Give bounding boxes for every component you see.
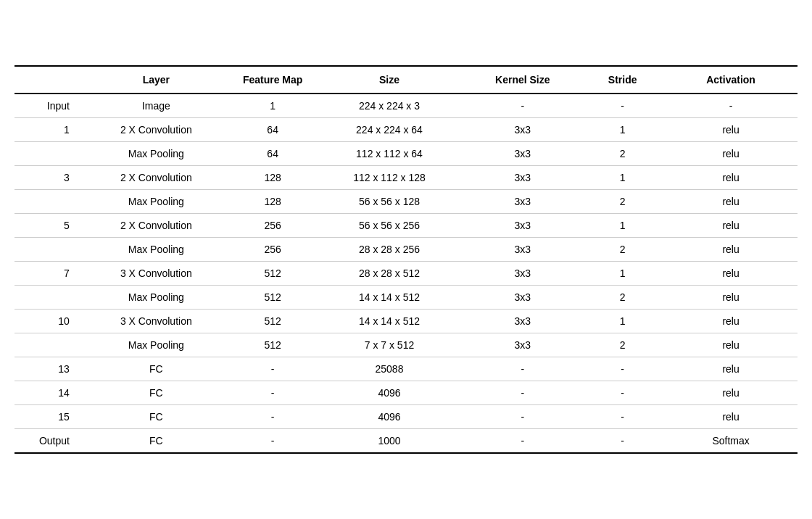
header-size: Size (315, 66, 465, 94)
cell-size: 28 x 28 x 512 (315, 262, 465, 286)
cell-layer: 2 X Convolution (81, 118, 231, 142)
header-activation: Activation (664, 66, 798, 94)
cell-feature_map: 512 (231, 286, 315, 310)
cell-num: 14 (14, 381, 81, 405)
cell-num: 1 (14, 118, 81, 142)
neural-network-table: Layer Feature Map Size Kernel Size Strid… (14, 65, 798, 454)
cell-feature_map: - (231, 381, 315, 405)
table-container: Layer Feature Map Size Kernel Size Strid… (14, 65, 798, 454)
cell-activation: relu (664, 214, 798, 238)
cell-stride: 2 (581, 190, 664, 214)
cell-kernel_size: 3x3 (464, 142, 581, 166)
cell-activation: Softmax (664, 429, 798, 454)
cell-activation: relu (664, 142, 798, 166)
cell-stride: 2 (581, 286, 664, 310)
cell-layer: 2 X Convolution (81, 214, 231, 238)
table-row: Max Pooling5127 x 7 x 5123x32relu (14, 333, 798, 357)
cell-size: 25088 (315, 357, 465, 381)
cell-size: 14 x 14 x 512 (315, 310, 465, 333)
cell-stride: 1 (581, 166, 664, 190)
cell-num (14, 286, 81, 310)
table-row: OutputFC-1000--Softmax (14, 429, 798, 454)
table-row: Max Pooling64112 x 112 x 643x32relu (14, 142, 798, 166)
cell-layer: 2 X Convolution (81, 166, 231, 190)
cell-num: 13 (14, 357, 81, 381)
cell-stride: 1 (581, 262, 664, 286)
cell-size: 4096 (315, 381, 465, 405)
cell-kernel_size: 3x3 (464, 166, 581, 190)
cell-activation: relu (664, 286, 798, 310)
cell-kernel_size: 3x3 (464, 333, 581, 357)
cell-layer: FC (81, 381, 231, 405)
table-row: 12 X Convolution64224 x 224 x 643x31relu (14, 118, 798, 142)
table-header-row: Layer Feature Map Size Kernel Size Strid… (14, 66, 798, 94)
cell-layer: FC (81, 405, 231, 429)
cell-size: 224 x 224 x 64 (315, 118, 465, 142)
cell-stride: 1 (581, 118, 664, 142)
cell-layer: 3 X Convolution (81, 262, 231, 286)
cell-num (14, 142, 81, 166)
cell-layer: Max Pooling (81, 142, 231, 166)
cell-feature_map: 1 (231, 94, 315, 118)
cell-activation: relu (664, 118, 798, 142)
cell-activation: - (664, 94, 798, 118)
cell-feature_map: 512 (231, 262, 315, 286)
cell-activation: relu (664, 357, 798, 381)
cell-num: Input (14, 94, 81, 118)
cell-stride: 2 (581, 238, 664, 262)
cell-kernel_size: 3x3 (464, 262, 581, 286)
cell-stride: - (581, 429, 664, 454)
cell-stride: - (581, 357, 664, 381)
cell-size: 28 x 28 x 256 (315, 238, 465, 262)
cell-activation: relu (664, 262, 798, 286)
cell-layer: 3 X Convolution (81, 310, 231, 333)
header-layer-num (14, 66, 81, 94)
cell-feature_map: - (231, 405, 315, 429)
cell-kernel_size: 3x3 (464, 310, 581, 333)
cell-kernel_size: 3x3 (464, 286, 581, 310)
cell-size: 4096 (315, 405, 465, 429)
cell-stride: - (581, 94, 664, 118)
cell-layer: Image (81, 94, 231, 118)
cell-layer: FC (81, 429, 231, 454)
table-row: 32 X Convolution128112 x 112 x 1283x31re… (14, 166, 798, 190)
header-kernel-size: Kernel Size (464, 66, 581, 94)
cell-stride: - (581, 405, 664, 429)
cell-activation: relu (664, 405, 798, 429)
cell-layer: Max Pooling (81, 190, 231, 214)
cell-num: 5 (14, 214, 81, 238)
table-row: 52 X Convolution25656 x 56 x 2563x31relu (14, 214, 798, 238)
cell-layer: Max Pooling (81, 333, 231, 357)
cell-kernel_size: 3x3 (464, 118, 581, 142)
cell-feature_map: 128 (231, 166, 315, 190)
cell-num (14, 190, 81, 214)
cell-size: 14 x 14 x 512 (315, 286, 465, 310)
cell-num: 3 (14, 166, 81, 190)
cell-kernel_size: - (464, 94, 581, 118)
table-row: Max Pooling25628 x 28 x 2563x32relu (14, 238, 798, 262)
cell-size: 112 x 112 x 64 (315, 142, 465, 166)
cell-num: 7 (14, 262, 81, 286)
cell-stride: 2 (581, 333, 664, 357)
cell-activation: relu (664, 166, 798, 190)
header-layer: Layer (81, 66, 231, 94)
cell-kernel_size: - (464, 405, 581, 429)
cell-activation: relu (664, 238, 798, 262)
header-feature-map: Feature Map (231, 66, 315, 94)
cell-kernel_size: 3x3 (464, 190, 581, 214)
cell-kernel_size: 3x3 (464, 238, 581, 262)
cell-num: Output (14, 429, 81, 454)
cell-stride: 1 (581, 214, 664, 238)
cell-kernel_size: 3x3 (464, 214, 581, 238)
cell-kernel_size: - (464, 381, 581, 405)
cell-size: 7 x 7 x 512 (315, 333, 465, 357)
cell-activation: relu (664, 333, 798, 357)
cell-stride: 1 (581, 310, 664, 333)
cell-feature_map: - (231, 429, 315, 454)
table-row: Max Pooling12856 x 56 x 1283x32relu (14, 190, 798, 214)
cell-size: 1000 (315, 429, 465, 454)
cell-size: 56 x 56 x 128 (315, 190, 465, 214)
cell-num (14, 238, 81, 262)
cell-stride: - (581, 381, 664, 405)
cell-layer: FC (81, 357, 231, 381)
